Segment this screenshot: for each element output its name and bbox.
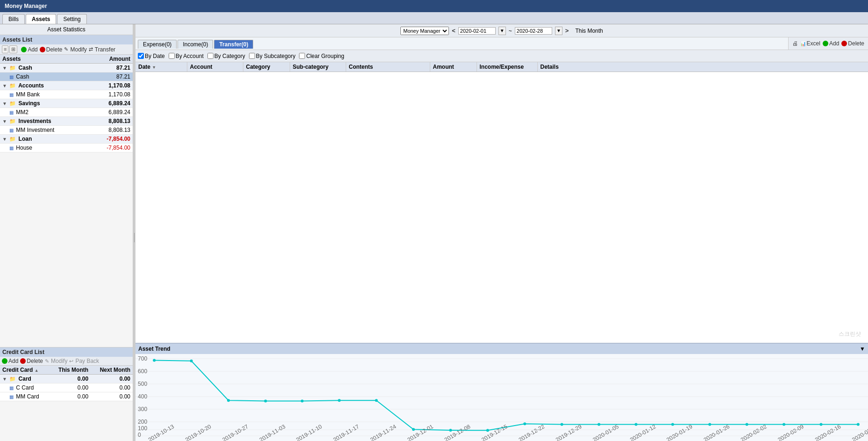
assets-view-btn1[interactable]: ≡ (2, 45, 8, 53)
svg-text:100: 100 (138, 425, 147, 432)
svg-text:2019-12-29: 2019-12-29 (555, 423, 583, 441)
assets-transfer-button[interactable]: ⇄ Transfer (89, 46, 115, 53)
assets-section-label: Assets List (2, 36, 32, 43)
asset-group-row[interactable]: ▼ 📁 Accounts 1,170.08 (0, 81, 133, 90)
col-details[interactable]: Details (537, 62, 868, 72)
asset-child-name: ▦ House (0, 144, 88, 152)
trans-delete-icon (841, 41, 847, 46)
folder-icon: 📁 (9, 136, 16, 142)
filter-by-category[interactable]: By Category (207, 53, 245, 59)
col-date[interactable]: Date ▼ (135, 62, 187, 72)
tab-setting[interactable]: Setting (57, 14, 86, 24)
date-to-input[interactable] (515, 27, 552, 35)
cc-child-row[interactable]: ▦ C Card 0.00 0.00 (0, 383, 133, 392)
cc-payback-icon: ↩ (69, 358, 73, 364)
svg-text:600: 600 (138, 368, 147, 375)
filter-clear-grouping[interactable]: Clear Grouping (299, 53, 344, 59)
assets-table-body: ▼ 📁 Cash 87.21 ▦ Cash 87.21 ▼ 📁 Accounts… (0, 64, 133, 152)
asset-child-row[interactable]: ▦ MM2 6,889.24 (0, 108, 133, 117)
app-title: Money Manager (5, 3, 47, 9)
asset-child-row[interactable]: ▦ House -7,854.00 (0, 144, 133, 152)
date-from-calendar-btn[interactable]: ▼ (498, 27, 506, 35)
assets-col-header: Assets (0, 55, 88, 64)
filter-by-account-checkbox[interactable] (169, 53, 175, 59)
data-point-18 (819, 423, 822, 426)
svg-text:700: 700 (138, 355, 147, 362)
filter-by-category-checkbox[interactable] (207, 53, 213, 59)
asset-child-amount: 1,170.08 (88, 90, 133, 99)
filter-by-date-checkbox[interactable] (138, 53, 144, 59)
svg-text:2019-11-03: 2019-11-03 (258, 423, 287, 441)
excel-icon: 📊 (800, 41, 806, 46)
col-category[interactable]: Category (243, 62, 290, 72)
svg-text:500: 500 (138, 381, 147, 387)
assets-delete-button[interactable]: Delete (40, 46, 63, 53)
cc-group-row[interactable]: ▼ 📁 Card 0.00 0.00 (0, 375, 133, 383)
cc-child-next-month: 0.00 (91, 392, 133, 401)
svg-text:2019-12-22: 2019-12-22 (518, 423, 546, 441)
col-subcategory[interactable]: Sub-category (290, 62, 346, 72)
date-range-separator: ~ (509, 28, 512, 34)
date-from-input[interactable] (458, 27, 496, 35)
trend-chart: 700 600 500 400 300 200 100 0 (135, 354, 868, 441)
print-button[interactable]: 🖨 (792, 40, 798, 47)
cc-child-row[interactable]: ▦ MM Card 0.00 0.00 (0, 392, 133, 401)
tab-assets[interactable]: Assets (26, 14, 56, 24)
tab-expense[interactable]: Expense(0) (138, 40, 177, 49)
date-to-calendar-btn[interactable]: ▼ (555, 27, 562, 35)
excel-button[interactable]: 📊 Excel (800, 40, 820, 47)
svg-text:2019-10-13: 2019-10-13 (147, 423, 176, 441)
prev-date-btn[interactable]: < (452, 27, 455, 34)
asset-group-row[interactable]: ▼ 📁 Savings 6,889.24 (0, 99, 133, 108)
cc-add-button[interactable]: Add (2, 358, 18, 364)
asset-child-amount: 8,808.13 (88, 126, 133, 135)
svg-text:2020-02-23: 2020-02-23 (851, 423, 868, 441)
cc-delete-button[interactable]: Delete (20, 358, 43, 364)
tab-bills[interactable]: Bills (2, 14, 25, 24)
trend-collapse-btn[interactable]: ▼ (860, 346, 865, 352)
cc-child-this-month: 0.00 (50, 392, 91, 401)
this-month-label: This Month (575, 28, 603, 34)
next-date-btn[interactable]: > (565, 27, 569, 34)
col-account[interactable]: Account (187, 62, 243, 72)
svg-text:2020-01-26: 2020-01-26 (703, 423, 731, 441)
data-point-5 (338, 399, 341, 402)
col-amount[interactable]: Amount (430, 62, 477, 72)
col-income-expense[interactable]: Income/Expense (477, 62, 537, 72)
assets-toolbar: ≡ ⊞ Add Delete ✎ Modify ⇄ Transfer (0, 44, 133, 55)
asset-child-row[interactable]: ▦ Cash 87.21 (0, 72, 133, 81)
assets-add-button[interactable]: Add (21, 46, 37, 53)
asset-group-amount: 1,170.08 (88, 81, 133, 90)
trend-title: Asset Trend (138, 346, 171, 352)
trend-line (154, 361, 858, 431)
trans-add-button[interactable]: Add (823, 40, 839, 47)
folder-icon: 📁 (9, 118, 16, 124)
filter-by-subcategory-checkbox[interactable] (249, 53, 255, 59)
trans-delete-button[interactable]: Delete (841, 40, 864, 47)
filter-by-subcategory[interactable]: By Subcategory (249, 53, 296, 59)
filter-by-account[interactable]: By Account (169, 53, 204, 59)
svg-text:2019-10-27: 2019-10-27 (221, 423, 249, 441)
assets-view-btn2[interactable]: ⊞ (9, 45, 17, 53)
expand-icon: ▼ (2, 101, 7, 106)
manager-dropdown[interactable]: Money Manager (400, 27, 449, 35)
data-point-19 (857, 423, 860, 426)
data-point-13 (634, 423, 637, 426)
asset-group-row[interactable]: ▼ 📁 Cash 87.21 (0, 64, 133, 72)
asset-group-row[interactable]: ▼ 📁 Investments 8,808.13 (0, 117, 133, 126)
asset-group-row[interactable]: ▼ 📁 Loan -7,854.00 (0, 135, 133, 144)
asset-child-row[interactable]: ▦ MM Investment 8,808.13 (0, 126, 133, 135)
assets-modify-button[interactable]: ✎ Modify (64, 46, 86, 53)
filter-by-date[interactable]: By Date (138, 53, 165, 59)
svg-text:200: 200 (138, 419, 147, 425)
filter-clear-grouping-checkbox[interactable] (299, 53, 305, 59)
cc-delete-icon (20, 358, 26, 364)
credit-card-table: Credit Card ▲ This Month Next Month ▼ 📁 … (0, 366, 133, 401)
transaction-table: Date ▼ Account Category Sub-category Con… (135, 62, 868, 72)
asset-child-row[interactable]: ▦ MM Bank 1,170.08 (0, 90, 133, 99)
tab-income[interactable]: Income(0) (178, 40, 213, 49)
col-contents[interactable]: Contents (346, 62, 430, 72)
tab-transfer[interactable]: Transfer(0) (214, 40, 253, 49)
cc-child-next-month: 0.00 (91, 383, 133, 392)
data-point-6 (375, 399, 378, 402)
